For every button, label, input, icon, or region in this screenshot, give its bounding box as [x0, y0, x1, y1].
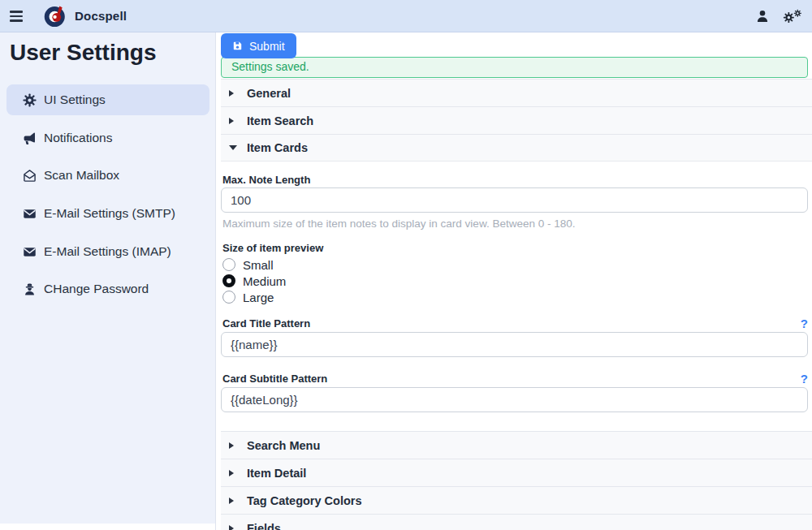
sidebar-item-label: UI Settings: [44, 93, 106, 107]
brand-name: Docspell: [75, 9, 127, 23]
sidebar-item-scan-mailbox[interactable]: Scan Mailbox: [6, 160, 209, 191]
sidebar-item-email-smtp[interactable]: E-Mail Settings (SMTP): [6, 198, 209, 229]
docspell-logo-icon: [44, 4, 67, 28]
section-label: General: [247, 87, 291, 100]
card-title-pattern-input[interactable]: [221, 332, 808, 357]
radio-icon[interactable]: [222, 258, 235, 271]
section-label: Item Detail: [247, 467, 306, 480]
sidebar-item-notifications[interactable]: Notifications: [6, 123, 209, 153]
section-label: Tag Category Colors: [247, 494, 362, 507]
sidebar-item-label: E-Mail Settings (SMTP): [44, 206, 175, 221]
user-menu-button[interactable]: [755, 9, 770, 27]
gear-icon: [23, 93, 37, 107]
sidebar-item-label: E-Mail Settings (IMAP): [44, 244, 171, 259]
sidebar-item-label: Notifications: [44, 131, 112, 145]
user-secret-icon: [23, 282, 37, 296]
page-title: User Settings: [10, 40, 157, 66]
success-alert: Settings saved.: [221, 57, 808, 78]
menu-toggle-icon[interactable]: [10, 10, 23, 23]
radio-label: Large: [243, 291, 274, 304]
preview-size-option-small[interactable]: Small: [222, 256, 274, 273]
gears-icon: [783, 9, 802, 24]
caret-icon: [229, 90, 234, 97]
section-header-general[interactable]: General: [221, 79, 812, 106]
ui-settings-panel: Submit Settings saved. General Item Sear…: [216, 32, 812, 530]
sidebar-item-change-password[interactable]: CHange Password: [6, 274, 209, 304]
settings-menu-button[interactable]: [783, 9, 802, 27]
section-header-tag-category-colors[interactable]: Tag Category Colors: [221, 486, 812, 514]
docspell-app: Docspell User Settings UI Settings: [0, 0, 812, 530]
preview-size-label: Size of item preview: [222, 242, 323, 254]
caret-icon: [229, 442, 234, 449]
caret-icon: [229, 118, 234, 124]
help-icon[interactable]: ?: [801, 373, 808, 385]
envelope-open-icon: [23, 169, 37, 183]
radio-icon[interactable]: [222, 291, 235, 304]
card-title-pattern-label: Card Title Pattern: [222, 317, 310, 330]
section-label: Fields: [247, 522, 281, 530]
section-header-search-menu[interactable]: Search Menu: [221, 431, 812, 459]
max-note-length-input[interactable]: [221, 187, 808, 213]
item-cards-form: Max. Note Length Maximum size of the ite…: [221, 162, 808, 431]
megaphone-icon: [23, 131, 37, 145]
sidebar-item-label: CHange Password: [44, 282, 149, 296]
card-subtitle-pattern-label: Card Subtitle Pattern: [222, 373, 327, 385]
section-header-item-search[interactable]: Item Search: [221, 106, 812, 134]
top-navbar: Docspell: [0, 0, 812, 32]
success-alert-text: Settings saved.: [231, 60, 309, 73]
preview-size-option-large[interactable]: Large: [222, 289, 274, 305]
submit-label: Submit: [249, 40, 285, 53]
help-icon[interactable]: ?: [801, 317, 808, 330]
sidebar-item-ui-settings[interactable]: UI Settings: [6, 84, 209, 115]
radio-label: Medium: [243, 274, 286, 288]
caret-icon: [229, 470, 234, 476]
envelope-icon: [23, 245, 37, 259]
save-icon: [232, 41, 243, 51]
caret-icon: [229, 145, 237, 150]
sidebar-item-email-imap[interactable]: E-Mail Settings (IMAP): [6, 236, 209, 267]
max-note-length-label: Max. Note Length: [222, 174, 310, 186]
settings-sidebar: User Settings UI Settings Notifications: [0, 32, 215, 524]
preview-size-option-medium[interactable]: Medium: [222, 273, 286, 289]
max-note-length-help: Maximum size of the item notes to displa…: [222, 218, 575, 230]
section-label: Item Cards: [247, 141, 308, 154]
radio-checked-icon[interactable]: [222, 274, 235, 287]
submit-button[interactable]: Submit: [221, 33, 296, 58]
caret-icon: [229, 525, 234, 530]
envelope-icon: [23, 207, 37, 221]
section-header-item-detail[interactable]: Item Detail: [221, 459, 812, 486]
section-label: Search Menu: [247, 439, 320, 452]
caret-icon: [229, 498, 234, 504]
section-header-fields[interactable]: Fields: [221, 514, 812, 530]
section-label: Item Search: [247, 114, 313, 127]
user-icon: [755, 9, 770, 24]
radio-label: Small: [243, 258, 274, 272]
section-header-item-cards[interactable]: Item Cards: [221, 134, 812, 162]
sidebar-item-label: Scan Mailbox: [44, 168, 119, 183]
card-subtitle-pattern-input[interactable]: [221, 387, 808, 412]
brand-home-link[interactable]: Docspell: [44, 4, 127, 28]
